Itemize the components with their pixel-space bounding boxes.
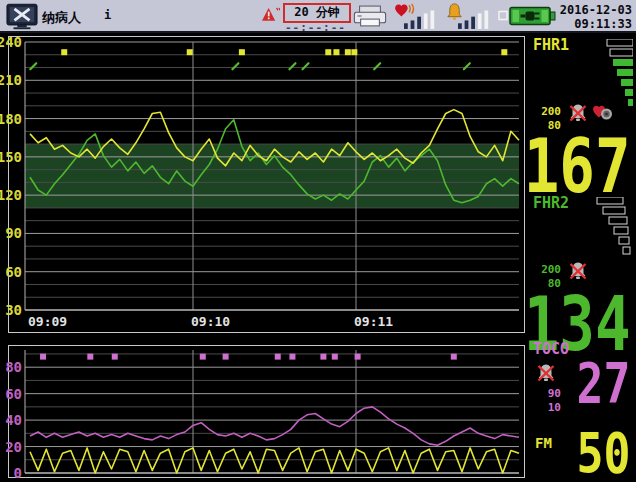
fetal-monitor-screen: 纳病人 i 20 分钟 --:--:-- 2016-12-03 09:11:33… (0, 0, 636, 482)
alarm-volume-bars (458, 9, 492, 30)
event-mark (351, 49, 357, 55)
time-text: 09:11:33 (560, 17, 632, 31)
time-axis-label: 09:09 (28, 314, 67, 329)
date-time: 2016-12-03 09:11:33 (560, 3, 632, 31)
alarm-warning-icon (261, 6, 280, 23)
y-axis-tick-label: 120 (0, 187, 22, 203)
monitor-timer-box[interactable]: 20 分钟 (283, 3, 351, 23)
fhr2-alarm-high: 200 (535, 263, 561, 276)
y-axis-tick-label: 240 (0, 34, 22, 50)
event-mark (333, 49, 339, 55)
fm-mark (289, 63, 295, 69)
toco-trace (30, 407, 519, 445)
top-status-bar: 纳病人 i 20 分钟 --:--:-- 2016-12-03 09:11:33 (0, 0, 636, 33)
y-axis-tick-label: 40 (5, 412, 22, 428)
time-axis-label: 09:10 (191, 314, 230, 329)
date-text: 2016-12-03 (560, 3, 632, 17)
toco-mark (355, 354, 361, 360)
patient-admit-icon[interactable] (6, 3, 38, 30)
y-axis-tick-label: 180 (0, 111, 22, 127)
y-axis-tick-label: 60 (5, 386, 22, 402)
toco-mark (112, 354, 118, 360)
y-axis-tick-label: 30 (5, 302, 22, 318)
event-mark (325, 49, 331, 55)
toco-mark (87, 354, 93, 360)
battery-charging-icon (498, 5, 556, 27)
y-axis-tick-label: 90 (5, 225, 22, 241)
toco-mark (289, 354, 295, 360)
event-mark (187, 49, 193, 55)
printer-icon (352, 4, 388, 29)
fm-trace (30, 448, 519, 473)
event-mark (501, 49, 507, 55)
fhr1-signal-quality-stack (599, 39, 633, 109)
chart-frame (9, 346, 525, 478)
toco-alarm-off-icon (535, 363, 557, 383)
toco-mark (200, 354, 206, 360)
fhr1-value: 167 (524, 129, 631, 203)
event-mark (345, 49, 351, 55)
fm-mark (302, 63, 308, 69)
toco-mark (332, 354, 338, 360)
patient-info-indicator: i (104, 8, 111, 22)
fhr1-label: FHR1 (533, 36, 569, 54)
y-axis-tick-label: 0 (14, 465, 22, 481)
fm-mark (232, 63, 238, 69)
fhr-trend-chart: 24021018015012090603009:0909:1009:11 (0, 33, 527, 338)
numeric-panel: FHR1 200 80 167 FHR2 (527, 33, 636, 482)
fm-mark (374, 63, 380, 69)
toco-mark (451, 354, 457, 360)
fhr2-alarm-off-icon (567, 261, 589, 281)
toco-alarm-low: 10 (535, 401, 561, 414)
fhr2-label: FHR2 (533, 194, 569, 212)
toco-mark (223, 354, 229, 360)
fhr1-heart-probe-icon (591, 103, 613, 123)
y-axis-tick-label: 150 (0, 149, 22, 165)
toco-trend-chart: 806040200 (0, 342, 527, 482)
toco-mark (40, 354, 46, 360)
toco-mark (320, 354, 326, 360)
fm-label: FM (535, 435, 552, 451)
y-axis-tick-label: 20 (5, 439, 22, 455)
y-axis-tick-label: 210 (0, 72, 22, 88)
event-mark (61, 49, 67, 55)
fm-value: 50 (576, 425, 630, 481)
y-axis-tick-label: 60 (5, 264, 22, 280)
toco-alarm-high: 90 (535, 387, 561, 400)
toco-label: TOCO (533, 340, 569, 358)
toco-value: 27 (576, 355, 630, 411)
fhr1-alarm-high: 200 (535, 105, 561, 118)
fhr2-signal-quality-stack (593, 197, 633, 261)
fhr1-alarm-off-icon (567, 103, 589, 123)
y-axis-tick-label: 80 (5, 359, 22, 375)
patient-admit-button[interactable]: 纳病人 (42, 9, 81, 27)
fhr-volume-bars (404, 9, 438, 30)
time-axis-label: 09:11 (354, 314, 393, 329)
fm-mark (30, 63, 36, 69)
event-mark (239, 49, 245, 55)
toco-mark (275, 354, 281, 360)
fm-mark (464, 63, 470, 69)
